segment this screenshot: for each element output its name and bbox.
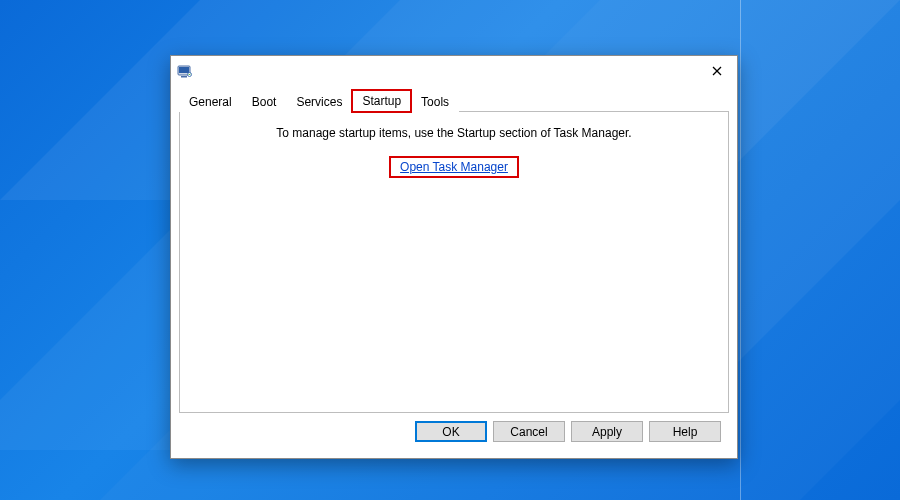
tab-strip: General Boot Services Startup Tools	[179, 90, 729, 112]
apply-button[interactable]: Apply	[571, 421, 643, 442]
svg-rect-1	[179, 67, 189, 73]
desktop-background: General Boot Services Startup Tools To m…	[0, 0, 900, 500]
tab-services[interactable]: Services	[286, 91, 352, 112]
dialog-button-row: OK Cancel Apply Help	[179, 413, 729, 450]
help-button[interactable]: Help	[649, 421, 721, 442]
tab-boot[interactable]: Boot	[242, 91, 287, 112]
startup-tab-panel: To manage startup items, use the Startup…	[179, 112, 729, 413]
close-button[interactable]	[697, 56, 737, 86]
open-task-manager-highlight: Open Task Manager	[389, 156, 519, 178]
open-task-manager-link[interactable]: Open Task Manager	[397, 159, 511, 175]
cancel-button[interactable]: Cancel	[493, 421, 565, 442]
svg-rect-2	[181, 76, 187, 78]
app-icon	[177, 63, 193, 79]
tab-tools[interactable]: Tools	[411, 91, 459, 112]
startup-info-text: To manage startup items, use the Startup…	[276, 126, 631, 140]
background-seam	[740, 0, 741, 500]
msconfig-window: General Boot Services Startup Tools To m…	[170, 55, 738, 459]
titlebar[interactable]	[171, 56, 737, 86]
tab-startup[interactable]: Startup	[352, 90, 411, 112]
ok-button[interactable]: OK	[415, 421, 487, 442]
tab-general[interactable]: General	[179, 91, 242, 112]
